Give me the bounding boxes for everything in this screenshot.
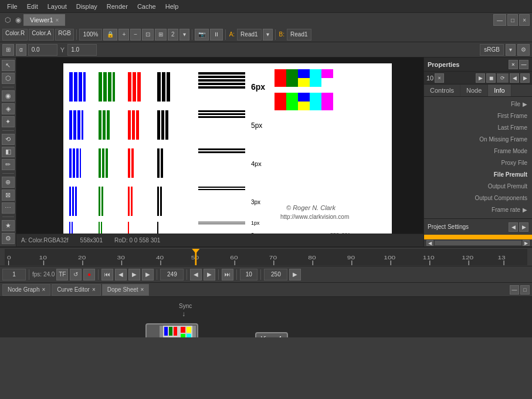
tab-curve-editor[interactable]: Curve Editor × — [52, 284, 100, 296]
ps-arrow-left[interactable]: ◀ — [509, 222, 518, 232]
tab-node-graph-close[interactable]: × — [42, 286, 45, 293]
viewer1-tab-close[interactable]: × — [56, 17, 59, 23]
win-maximize[interactable]: □ — [507, 14, 518, 26]
bottom-maximize[interactable]: □ — [520, 285, 530, 295]
scroll-right[interactable]: ▶ — [523, 240, 530, 246]
svg-rect-85 — [310, 93, 321, 110]
coord-y[interactable]: 1.0 — [67, 44, 97, 56]
project-settings-label[interactable]: Project Settings — [428, 224, 469, 230]
nav-icon[interactable]: ⟳ — [497, 73, 509, 83]
frame-input[interactable]: 1 — [2, 269, 26, 280]
colorspace-arrow[interactable]: ▾ — [506, 44, 516, 56]
tool-pen[interactable]: ✏ — [2, 159, 15, 170]
nav-play[interactable]: ▶ — [476, 73, 485, 83]
nav-next[interactable]: ▶ — [520, 73, 530, 83]
step-input[interactable]: 10 — [240, 269, 257, 280]
tool-subtract[interactable]: ⊠ — [2, 190, 15, 201]
svg-rect-45 — [167, 72, 170, 102]
coord-x[interactable]: 0.0 — [28, 44, 57, 56]
tab-node[interactable]: Node — [460, 84, 488, 96]
prev-frame-btn[interactable]: ◀ — [190, 269, 202, 280]
alpha-btn[interactable]: α — [16, 44, 26, 56]
scroll-track[interactable] — [435, 241, 521, 245]
bottom-minimize[interactable]: — — [510, 285, 519, 295]
mode-btn[interactable]: TF — [56, 269, 68, 280]
loop-btn[interactable]: ↺ — [70, 269, 82, 280]
prop-min-btn[interactable]: — — [519, 60, 528, 69]
skip-end-btn[interactable]: ⏭ — [222, 269, 233, 280]
scroll-left[interactable]: ◀ — [426, 240, 433, 246]
tool-settings[interactable]: ⚙ — [2, 233, 15, 244]
prop-close-btn[interactable]: × — [509, 60, 518, 69]
nav-stop[interactable]: ◼ — [486, 73, 496, 83]
timeline-ruler[interactable]: 0 10 20 30 40 50 60 70 80 — [5, 249, 527, 265]
transport-bar: 1 fps: 24.0 TF ↺ ● ⏮ ◀ ▶ ▶ 249 ◀ ▶ ⏭ 10 … — [0, 266, 532, 283]
menu-help[interactable]: Help — [161, 2, 184, 11]
tool-arrow[interactable]: ↖ — [2, 60, 15, 71]
end-arrow[interactable]: ▶ — [289, 269, 301, 280]
input-b-value[interactable]: Read1 — [287, 29, 311, 40]
viewer1-node[interactable]: Viewer1 — [255, 332, 288, 337]
overlay-btn[interactable]: ⊞ — [155, 29, 167, 40]
menu-display[interactable]: Display — [72, 2, 102, 11]
frame-count-input[interactable]: 249 — [160, 269, 184, 280]
tool-hex[interactable]: ⬡ — [2, 73, 15, 84]
record-btn[interactable]: ● — [83, 269, 95, 280]
zoom-display[interactable]: 100% — [79, 29, 103, 40]
nav-close[interactable]: × — [435, 73, 444, 83]
input-a-arrow[interactable]: ▾ — [263, 29, 273, 40]
menu-cache[interactable]: Cache — [133, 2, 161, 11]
win-close[interactable]: × — [519, 14, 530, 26]
end-frame-input[interactable]: 250 — [264, 269, 287, 280]
on-missing-label: On Missing Frame — [426, 136, 530, 143]
channel-rgb-btn[interactable]: RGB — [55, 29, 74, 40]
pause-btn[interactable]: ⏸ — [210, 29, 223, 40]
grid-btn[interactable]: ⊞ — [2, 44, 14, 56]
frame-mode-row: Frame Mode — [424, 145, 532, 157]
ps-arrow-right[interactable]: ▶ — [519, 222, 528, 232]
tab-curve-editor-close[interactable]: × — [92, 286, 96, 293]
menu-edit[interactable]: Edit — [22, 2, 43, 11]
win-minimize[interactable]: — — [493, 14, 506, 26]
prev-btn[interactable]: ◀ — [115, 269, 127, 280]
input-a-value[interactable]: Read1 — [237, 29, 261, 40]
tool-star[interactable]: ✦ — [2, 116, 15, 127]
tool-more[interactable]: ⋯ — [2, 202, 15, 214]
nav-prev[interactable]: ◀ — [510, 73, 519, 83]
format-count[interactable]: 2 — [168, 29, 178, 40]
zoom-out-btn[interactable]: − — [130, 29, 141, 40]
tool-circle[interactable]: ◉ — [2, 90, 15, 102]
svg-rect-52 — [160, 187, 162, 216]
menu-layout[interactable]: Layout — [43, 2, 72, 11]
tool-diamond[interactable]: ◈ — [2, 103, 15, 114]
tool-split[interactable]: ◧ — [2, 147, 15, 158]
viewer1-tab[interactable]: Viewer1 × — [23, 14, 65, 26]
output-components-row: Output Components — [424, 192, 532, 204]
play-btn[interactable]: ▶ — [128, 269, 140, 280]
svg-text:60: 60 — [230, 254, 238, 260]
next-frame-btn[interactable]: ▶ — [204, 269, 215, 280]
tab-node-graph[interactable]: Node Graph × — [2, 284, 50, 296]
skip-start-btn[interactable]: ⏮ — [101, 269, 113, 280]
tool-add[interactable]: ⊕ — [2, 177, 15, 188]
tab-dope-sheet-close[interactable]: × — [141, 286, 144, 293]
channel-a-btn[interactable]: Color.A — [29, 29, 54, 40]
settings-btn[interactable]: ⚙ — [517, 44, 530, 56]
next-btn[interactable]: ▶ — [142, 269, 154, 280]
menu-render[interactable]: Render — [102, 2, 133, 11]
capture-btn[interactable]: 📷 — [195, 29, 209, 40]
format-arrow[interactable]: ▾ — [179, 29, 189, 40]
read1-node[interactable]: ▶ Read1 — [145, 323, 198, 337]
menu-file[interactable]: File — [2, 2, 22, 11]
svg-rect-51 — [157, 187, 159, 216]
fit-btn[interactable]: ⊡ — [142, 29, 154, 40]
tool-wand[interactable]: ★ — [2, 220, 15, 231]
tab-info[interactable]: Info — [488, 84, 511, 96]
tab-controls[interactable]: Controls — [424, 84, 460, 96]
tab-dope-sheet[interactable]: Dope Sheet × — [102, 284, 150, 296]
colorspace-display[interactable]: sRGB — [480, 44, 504, 56]
tool-rotate[interactable]: ⟲ — [2, 134, 15, 145]
lock-btn[interactable]: 🔒 — [103, 29, 117, 40]
channel-r-btn[interactable]: Color.R — [2, 29, 28, 40]
zoom-in-btn[interactable]: + — [118, 29, 129, 40]
